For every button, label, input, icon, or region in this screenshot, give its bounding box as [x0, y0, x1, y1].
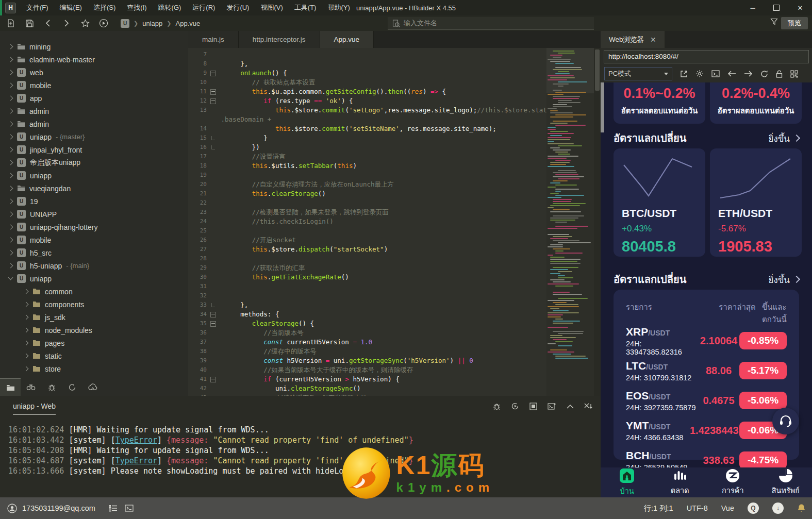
code-line[interactable]: 22	[188, 198, 546, 208]
code-line[interactable]: 32	[188, 291, 546, 300]
tree-item[interactable]: Uapp	[0, 92, 188, 105]
run-button[interactable]	[96, 16, 111, 30]
line-col-indicator[interactable]: 行:1 列:1	[643, 504, 673, 513]
code-line[interactable]: 34 methods: {	[188, 310, 546, 319]
terminal-new-icon[interactable]	[548, 403, 556, 410]
editor-scrollbar-thumb[interactable]	[595, 49, 600, 91]
code-line[interactable]: 13 this.$store.commit('setLogo',res.mess…	[188, 106, 546, 115]
code-line[interactable]: 39 const h5Version = uni.getStorageSync(…	[188, 356, 546, 365]
chevron-right-icon[interactable]	[24, 289, 28, 294]
stop-icon[interactable]	[529, 403, 537, 410]
refresh-icon[interactable]	[760, 70, 768, 78]
collapse-panel-icon[interactable]	[567, 404, 574, 409]
tab-bar-item-trade[interactable]: การค้า	[706, 467, 759, 497]
pair-card-btc[interactable]: BTC/USDT +0.43% 80405.8	[614, 148, 705, 257]
device-mode-select[interactable]: PC模式	[604, 67, 672, 80]
page-scrollbar-thumb[interactable]	[601, 82, 604, 132]
chevron-right-icon[interactable]	[8, 109, 13, 113]
back-button[interactable]	[40, 16, 56, 30]
chevron-right-icon[interactable]	[8, 57, 13, 62]
section-more-link[interactable]: ยิ่งขึ้น	[768, 273, 799, 287]
chevron-right-icon[interactable]	[8, 122, 13, 126]
code-line[interactable]: 17 //设置语言	[188, 152, 546, 161]
code-line[interactable]: 37 const currentH5Version = 1.0	[188, 338, 546, 347]
fold-marker-icon[interactable]	[210, 312, 216, 317]
code-line[interactable]: 10 // 获取站点基本设置	[188, 78, 546, 87]
fold-marker-icon[interactable]	[210, 98, 216, 104]
tree-item[interactable]: Uuniapp - {master}	[0, 130, 188, 143]
table-row[interactable]: LTC/USDT24H: 310799.3181288.06-5.17%	[626, 356, 787, 386]
breadcrumb-project[interactable]: uniapp	[142, 20, 162, 27]
file-search-input[interactable]: 输入文件名	[388, 17, 594, 30]
tree-item[interactable]: vueqiangdan	[0, 182, 188, 195]
code-line[interactable]: 36 //当前版本号	[188, 328, 546, 338]
outline-button[interactable]	[109, 505, 118, 512]
code-area[interactable]: 78 },9 onLaunch() {10 // 获取站点基本设置11 this…	[188, 48, 546, 396]
minimize-button[interactable]: ─	[741, 0, 765, 15]
tab-bar-item-market[interactable]: ตลาด	[654, 467, 707, 497]
menu-item[interactable]: 帮助(Y)	[322, 0, 355, 15]
console-output[interactable]: 16:01:02.624 [HMR] Waiting for update si…	[8, 425, 599, 497]
chevron-right-icon[interactable]	[24, 341, 28, 345]
favorite-button[interactable]	[77, 16, 93, 30]
chevron-down-icon[interactable]	[8, 276, 13, 281]
tree-item[interactable]: static	[0, 349, 188, 362]
code-line[interactable]: 40 //如果当前版本号大于缓存中的版本号，则清除缓存	[188, 365, 546, 375]
encoding-indicator[interactable]: UTF-8	[687, 504, 708, 512]
tree-item[interactable]: Uweb	[0, 66, 188, 79]
change-badge[interactable]: -0.85%	[739, 332, 787, 349]
tree-item[interactable]: U19	[0, 195, 188, 208]
tree-item[interactable]: Uh5-uniapp - {main}	[0, 259, 188, 272]
chevron-right-icon[interactable]	[8, 44, 13, 49]
table-row[interactable]: YMT/USDT24H: 4366.634381.42384437-0.06%	[626, 415, 787, 445]
tree-item[interactable]: Uuniapp	[0, 169, 188, 182]
sync-view-button[interactable]	[62, 378, 82, 396]
menu-item[interactable]: 跳转(G)	[153, 0, 187, 15]
chevron-right-icon[interactable]	[24, 328, 28, 332]
projects-view-button[interactable]	[0, 378, 21, 396]
section-more-link[interactable]: ยิ่งขึ้น	[768, 131, 799, 145]
menu-item[interactable]: 视图(V)	[255, 0, 288, 15]
code-line[interactable]: 28	[188, 254, 546, 263]
code-line[interactable]: 12 if (res.type == 'ok') {	[188, 96, 546, 106]
close-button[interactable]: ✕	[788, 0, 812, 15]
terminal-icon[interactable]	[711, 70, 720, 77]
back-arrow-icon[interactable]	[727, 71, 736, 77]
preview-button[interactable]: 预览	[781, 17, 808, 29]
chevron-right-icon[interactable]	[8, 225, 13, 229]
code-line[interactable]: 24 //this.checkIsLogin()	[188, 217, 546, 226]
chevron-right-icon[interactable]	[8, 135, 13, 139]
tree-item[interactable]: js_sdk	[0, 311, 188, 324]
open-external-icon[interactable]	[680, 70, 688, 78]
tree-item[interactable]: Uuniapp	[0, 272, 188, 285]
code-line[interactable]: 11 this.$u.api.common.getSiteConfig().th…	[188, 87, 546, 96]
editor-scrollbar[interactable]	[594, 48, 601, 396]
debug-view-button[interactable]	[41, 378, 62, 396]
code-line[interactable]: 41 if (currentH5Version > h5Version) {	[188, 375, 546, 384]
code-line[interactable]: 8 },	[188, 59, 546, 69]
tree-item[interactable]: store	[0, 362, 188, 375]
debug-bug-icon[interactable]	[493, 403, 501, 410]
account-area[interactable]: 1735031199@qq.com	[7, 504, 95, 513]
editor-tab-main-js[interactable]: main.js	[188, 31, 239, 48]
table-row[interactable]: BCH/USDT24H: 26539.50549338.63-4.75%	[626, 445, 787, 467]
tree-item[interactable]: pages	[0, 337, 188, 349]
terminal-button[interactable]	[125, 505, 134, 512]
yield-card[interactable]: 0.2%-0.4% อัตราผลตอบแทนต่อวัน	[710, 82, 802, 124]
fold-marker-icon[interactable]	[210, 89, 216, 95]
code-line[interactable]: 27 this.$store.dispatch("startSocket")	[188, 245, 546, 254]
restart-icon[interactable]	[511, 402, 519, 410]
yield-card[interactable]: 0.1%~0.2% อัตราผลตอบแทนต่อวัน	[614, 82, 705, 124]
forward-arrow-icon[interactable]	[744, 71, 753, 77]
editor-tab-http-interceptor-js[interactable]: http.interceptor.js	[239, 31, 320, 48]
maximize-button[interactable]	[765, 0, 788, 15]
chevron-right-icon[interactable]	[8, 70, 13, 75]
notification-bell-icon[interactable]	[797, 504, 806, 513]
chevron-right-icon[interactable]	[24, 366, 28, 371]
code-line[interactable]: 30 this.getFiatExchageRate()	[188, 273, 546, 282]
forward-button[interactable]	[59, 16, 74, 30]
change-badge[interactable]: -5.17%	[739, 362, 787, 379]
chevron-right-icon[interactable]	[24, 302, 28, 307]
code-line[interactable]: 21 this.clearStorage()	[188, 189, 546, 198]
settings-gear-icon[interactable]	[695, 70, 704, 78]
